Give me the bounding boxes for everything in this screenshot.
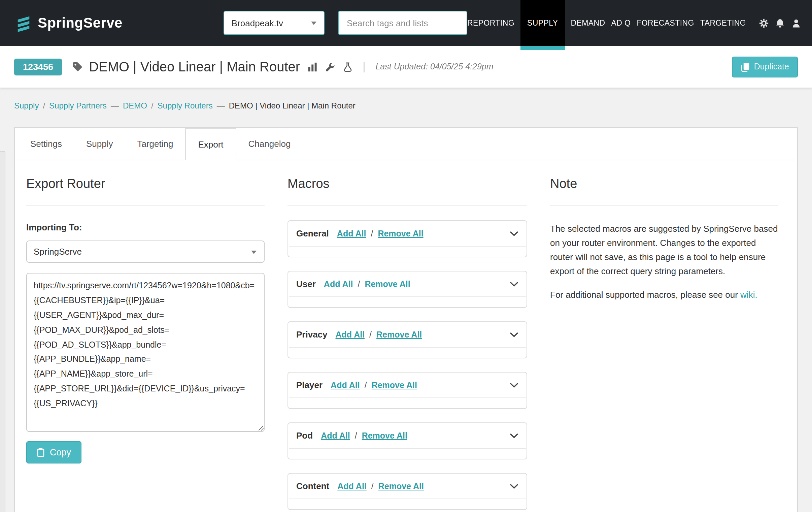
router-card: Settings Supply Targeting Export Changel… [14,127,798,512]
tab-supply[interactable]: Supply [74,128,125,160]
last-updated-text: Last Updated: 04/05/25 4:29pm [375,62,493,72]
macro-group-header: Pod Add All / Remove All [288,423,526,448]
bar-chart-icon[interactable] [307,62,317,72]
user-icon[interactable] [791,18,801,28]
breadcrumb-demo[interactable]: DEMO [123,101,147,110]
nav-item-demand[interactable]: DEMAND [571,19,605,27]
tab-targeting[interactable]: Targeting [125,128,185,160]
chevron-down-icon[interactable] [510,281,518,287]
copy-button[interactable]: Copy [26,441,81,463]
springserve-app: SpringServe Broadpeak.tv REPORTING SUPPL… [0,0,812,512]
remove-all-link[interactable]: Remove All [362,431,407,440]
breadcrumb: Supply / Supply Partners — DEMO / Supply… [0,88,812,110]
wiki-link[interactable]: wiki. [740,290,757,300]
macro-group-user: User Add All / Remove All [288,271,527,308]
importing-to-label: Importing To: [26,222,265,233]
brand-logo[interactable]: SpringServe [15,14,122,32]
tab-export[interactable]: Export [185,128,236,160]
remove-all-link[interactable]: Remove All [372,380,417,390]
page-title: DEMO | Video Linear | Main Router [89,59,300,75]
macro-group-header: Privacy Add All / Remove All [288,322,526,347]
slash-separator: / [357,279,360,289]
tag-icon [72,61,83,72]
nav-icon-group [759,18,801,28]
macro-group-header: General Add All / Remove All [288,221,526,246]
nav-item-supply[interactable]: SUPPLY [520,0,564,46]
macro-group-header: User Add All / Remove All [288,271,526,296]
slash-separator: / [371,481,374,491]
tab-changelog[interactable]: Changelog [236,128,303,160]
macros-panel: Macros General Add All / Remove All [288,160,527,510]
chevron-down-icon[interactable] [510,433,518,438]
importing-to-select[interactable]: SpringServe [27,241,264,262]
add-all-link[interactable]: Add All [337,229,366,238]
nav-item-reporting[interactable]: REPORTING [467,19,514,27]
remove-all-link[interactable]: Remove All [378,481,424,491]
breadcrumb-supply[interactable]: Supply [14,101,39,110]
note-paragraph-2-text: For additional supported macros, please … [550,290,740,300]
export-tab-content: Export Router Importing To: SpringServe … [15,160,797,512]
duplicate-button[interactable]: Duplicate [732,56,798,77]
chevron-down-icon[interactable] [510,332,518,337]
note-heading: Note [550,177,778,191]
router-id-badge: 123456 [14,58,62,75]
importing-to-select-wrap: SpringServe [26,241,265,263]
breadcrumb-current: DEMO | Video Linear | Main Router [229,101,355,110]
breadcrumb-supply-routers[interactable]: Supply Routers [157,101,213,110]
add-all-link[interactable]: Add All [336,330,365,339]
search-input[interactable] [338,11,467,35]
brand-name: SpringServe [38,15,122,31]
account-select-wrap: Broadpeak.tv [224,11,324,35]
nav-item-adq[interactable]: AD Q [611,19,631,27]
macro-group-body [288,398,526,408]
left-rail [0,151,5,512]
note-paragraph: The selected macros are suggested by Spr… [550,222,778,278]
breadcrumb-separator: — [217,101,225,110]
nav-links: REPORTING SUPPLY DEMAND AD Q FORECASTING… [467,0,801,46]
macro-group-header: Player Add All / Remove All [288,373,526,398]
nav-item-targeting[interactable]: TARGETING [700,19,746,27]
macro-group-body [288,449,526,459]
chevron-down-icon[interactable] [510,382,518,388]
add-all-link[interactable]: Add All [337,481,367,491]
remove-all-link[interactable]: Remove All [376,330,422,339]
chevron-down-icon[interactable] [510,231,518,236]
macro-group-general: General Add All / Remove All [288,220,527,257]
header-divider: | [362,61,365,73]
breadcrumb-separator: — [111,101,119,110]
gear-icon[interactable] [759,18,769,28]
macro-group-body [288,297,526,307]
remove-all-link[interactable]: Remove All [365,279,410,289]
springserve-logo-icon [15,14,32,32]
macro-group-name: Privacy [296,329,327,340]
divider [288,205,527,206]
page-body: Supply / Supply Partners — DEMO / Supply… [0,88,812,512]
macro-group-content: Content Add All / Remove All [288,473,527,510]
note-panel: Note The selected macros are suggested b… [550,160,778,510]
macro-group-body [288,348,526,358]
bell-icon[interactable] [775,18,785,28]
flask-icon[interactable] [342,62,352,72]
remove-all-link[interactable]: Remove All [378,229,423,238]
breadcrumb-supply-partners[interactable]: Supply Partners [49,101,107,110]
macro-group-player: Player Add All / Remove All [288,372,527,409]
add-all-link[interactable]: Add All [321,431,350,440]
account-select[interactable]: Broadpeak.tv [224,11,324,34]
slash-separator: / [355,431,357,440]
page-header: 123456 DEMO | Video Linear | Main Router… [0,46,812,88]
nav-item-forecasting[interactable]: FORECASTING [637,19,694,27]
add-all-link[interactable]: Add All [330,380,360,390]
wrench-icon[interactable] [325,62,335,72]
add-all-link[interactable]: Add All [324,279,353,289]
slash-separator: / [371,229,373,238]
macro-group-name: General [296,228,329,239]
divider [26,205,265,206]
export-url-textarea[interactable]: https://tv.springserve.com/rt/123456?w=1… [26,273,265,432]
tab-settings[interactable]: Settings [18,128,74,160]
divider [550,205,778,206]
chevron-down-icon[interactable] [510,483,518,489]
macro-group-body [288,499,526,509]
duplicate-icon [741,62,750,72]
macro-group-pod: Pod Add All / Remove All [288,423,527,459]
clipboard-icon [36,447,45,457]
